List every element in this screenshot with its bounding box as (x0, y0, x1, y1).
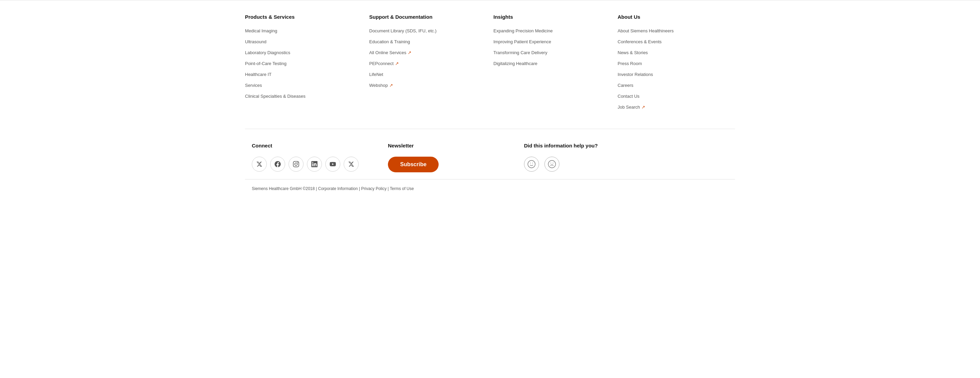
expanding-precision-medicine-link[interactable]: Expanding Precision Medicine (493, 28, 553, 33)
conferences-events-link[interactable]: Conferences & Events (617, 39, 662, 44)
svg-point-2 (532, 163, 533, 163)
list-item: Expanding Precision Medicine (493, 28, 611, 33)
list-item: Point-of-Care Testing (245, 61, 363, 66)
contact-us-link[interactable]: Contact Us (617, 94, 640, 99)
list-item: Transforming Care Delivery (493, 50, 611, 55)
youtube-icon[interactable] (325, 157, 340, 172)
list-item: Education & Training (369, 39, 487, 44)
support-documentation-heading: Support & Documentation (369, 14, 487, 20)
external-link-icon: ↗ (408, 50, 411, 55)
services-link[interactable]: Services (245, 83, 262, 88)
feedback-heading: Did this information help you? (524, 143, 728, 148)
lifenet-link[interactable]: LifeNet (369, 72, 383, 77)
list-item: Contact Us (617, 93, 735, 99)
list-item: Job Search ↗ (617, 104, 735, 110)
list-item: Document Library (SDS, IFU, etc.) (369, 28, 487, 33)
point-of-care-link[interactable]: Point-of-Care Testing (245, 61, 286, 66)
svg-point-5 (553, 163, 553, 163)
products-services-heading: Products & Services (245, 14, 363, 20)
document-library-link[interactable]: Document Library (SDS, IFU, etc.) (369, 28, 437, 33)
about-us-heading: About Us (617, 14, 735, 20)
transforming-care-delivery-link[interactable]: Transforming Care Delivery (493, 50, 547, 55)
webshop-link[interactable]: Webshop ↗ (369, 83, 393, 88)
about-us-list: About Siemens Healthineers Conferences &… (617, 28, 735, 110)
svg-point-3 (548, 160, 556, 168)
list-item: Webshop ↗ (369, 82, 487, 88)
laboratory-diagnostics-link[interactable]: Laboratory Diagnostics (245, 50, 290, 55)
list-item: Laboratory Diagnostics (245, 50, 363, 55)
list-item: Digitalizing Healthcare (493, 61, 611, 66)
insights-list: Expanding Precision Medicine Improving P… (493, 28, 611, 66)
press-room-link[interactable]: Press Room (617, 61, 642, 66)
list-item: Services (245, 82, 363, 88)
list-item: Careers (617, 82, 735, 88)
connect-heading: Connect (252, 143, 388, 148)
digitalizing-healthcare-link[interactable]: Digitalizing Healthcare (493, 61, 537, 66)
happy-feedback-button[interactable] (524, 157, 539, 172)
list-item: Medical Imaging (245, 28, 363, 33)
investor-relations-link[interactable]: Investor Relations (617, 72, 653, 77)
improving-patient-experience-link[interactable]: Improving Patient Experience (493, 39, 551, 44)
svg-point-1 (530, 163, 531, 163)
about-us-column: About Us About Siemens Healthineers Conf… (617, 14, 735, 115)
education-training-link[interactable]: Education & Training (369, 39, 410, 44)
list-item: All Online Services ↗ (369, 50, 487, 55)
list-item: Improving Patient Experience (493, 39, 611, 44)
insights-column: Insights Expanding Precision Medicine Im… (493, 14, 611, 115)
products-services-list: Medical Imaging Ultrasound Laboratory Di… (245, 28, 363, 99)
list-item: Press Room (617, 61, 735, 66)
list-item: Conferences & Events (617, 39, 735, 44)
support-documentation-list: Document Library (SDS, IFU, etc.) Educat… (369, 28, 487, 88)
list-item: PEPconnect ↗ (369, 61, 487, 66)
list-item: News & Stories (617, 50, 735, 55)
svg-point-0 (528, 160, 535, 168)
about-siemens-link[interactable]: About Siemens Healthineers (617, 28, 674, 33)
list-item: Clinical Specialties & Diseases (245, 93, 363, 99)
clinical-specialties-link[interactable]: Clinical Specialties & Diseases (245, 94, 305, 99)
social-icons-row (252, 157, 388, 172)
external-link-icon: ↗ (389, 83, 393, 88)
footer-legal: Siemens Healthcare GmbH ©2018 | Corporat… (245, 179, 735, 198)
legal-text: Siemens Healthcare GmbH ©2018 | Corporat… (252, 186, 728, 191)
linkedin-icon[interactable] (307, 157, 322, 172)
sad-feedback-button[interactable] (544, 157, 559, 172)
list-item: LifeNet (369, 72, 487, 77)
products-services-column: Products & Services Medical Imaging Ultr… (245, 14, 363, 115)
feedback-section: Did this information help you? (524, 143, 728, 172)
facebook-icon[interactable] (270, 157, 285, 172)
newsletter-section: Newsletter Subscribe (388, 143, 524, 172)
connect-section: Connect (252, 143, 388, 172)
feedback-icons-row (524, 157, 728, 172)
job-search-link[interactable]: Job Search ↗ (617, 105, 645, 110)
healthcare-it-link[interactable]: Healthcare IT (245, 72, 272, 77)
external-link-icon: ↗ (395, 61, 399, 66)
careers-link[interactable]: Careers (617, 83, 633, 88)
instagram-icon[interactable] (288, 157, 304, 172)
twitter-icon[interactable] (252, 157, 267, 172)
all-online-services-link[interactable]: All Online Services ↗ (369, 50, 411, 55)
twitter2-icon[interactable] (344, 157, 359, 172)
ultrasound-link[interactable]: Ultrasound (245, 39, 266, 44)
news-stories-link[interactable]: News & Stories (617, 50, 648, 55)
list-item: Investor Relations (617, 72, 735, 77)
support-documentation-column: Support & Documentation Document Library… (369, 14, 487, 115)
external-link-icon: ↗ (641, 105, 645, 110)
subscribe-button[interactable]: Subscribe (388, 157, 439, 172)
newsletter-heading: Newsletter (388, 143, 524, 148)
insights-heading: Insights (493, 14, 611, 20)
medical-imaging-link[interactable]: Medical Imaging (245, 28, 277, 33)
list-item: Healthcare IT (245, 72, 363, 77)
list-item: About Siemens Healthineers (617, 28, 735, 33)
pepconnect-link[interactable]: PEPconnect ↗ (369, 61, 399, 66)
svg-point-4 (550, 163, 551, 163)
list-item: Ultrasound (245, 39, 363, 44)
